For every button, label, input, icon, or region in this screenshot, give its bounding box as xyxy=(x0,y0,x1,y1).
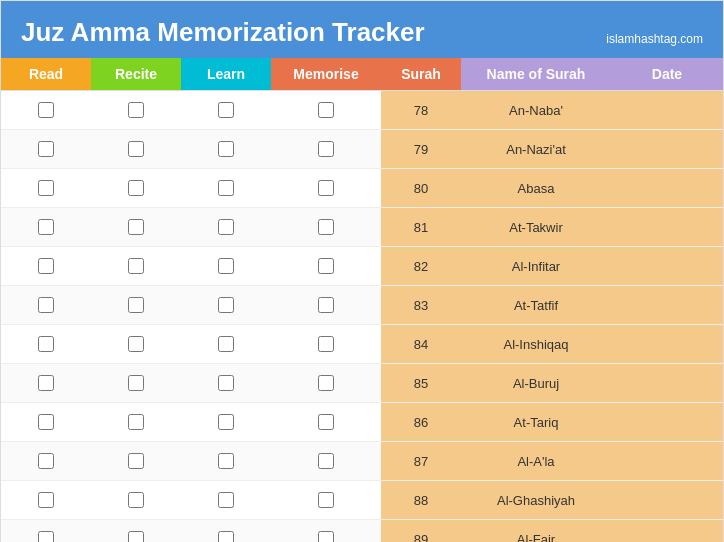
checkbox-memorise-8[interactable] xyxy=(318,414,334,430)
checkbox-recite-0[interactable] xyxy=(128,102,144,118)
table-row: 82Al-Infitar xyxy=(1,247,723,286)
table-row: 87Al-A'la xyxy=(1,442,723,481)
col-header-name: Name of Surah xyxy=(461,58,611,90)
checkbox-read-0[interactable] xyxy=(38,102,54,118)
checkbox-read-5[interactable] xyxy=(38,297,54,313)
cell-learn-11 xyxy=(181,520,271,542)
checkbox-learn-6[interactable] xyxy=(218,336,234,352)
checkbox-read-8[interactable] xyxy=(38,414,54,430)
app-header: Juz Amma Memorization Tracker islamhasht… xyxy=(1,1,723,58)
checkbox-memorise-10[interactable] xyxy=(318,492,334,508)
cell-memorise-1 xyxy=(271,130,381,168)
checkbox-read-7[interactable] xyxy=(38,375,54,391)
cell-surah-7: 85 xyxy=(381,364,461,402)
app-title: Juz Amma Memorization Tracker xyxy=(21,17,425,48)
col-header-memorise: Memorise xyxy=(271,58,381,90)
checkbox-read-10[interactable] xyxy=(38,492,54,508)
cell-date-6 xyxy=(611,325,723,363)
cell-recite-10 xyxy=(91,481,181,519)
cell-learn-10 xyxy=(181,481,271,519)
cell-memorise-9 xyxy=(271,442,381,480)
checkbox-read-6[interactable] xyxy=(38,336,54,352)
checkbox-recite-6[interactable] xyxy=(128,336,144,352)
checkbox-recite-5[interactable] xyxy=(128,297,144,313)
table-row: 81At-Takwir xyxy=(1,208,723,247)
checkbox-read-4[interactable] xyxy=(38,258,54,274)
checkbox-memorise-2[interactable] xyxy=(318,180,334,196)
cell-learn-0 xyxy=(181,91,271,129)
checkbox-learn-11[interactable] xyxy=(218,531,234,542)
checkbox-recite-8[interactable] xyxy=(128,414,144,430)
cell-name-4: Al-Infitar xyxy=(461,247,611,285)
checkbox-learn-1[interactable] xyxy=(218,141,234,157)
checkbox-memorise-9[interactable] xyxy=(318,453,334,469)
checkbox-read-2[interactable] xyxy=(38,180,54,196)
cell-name-5: At-Tatfif xyxy=(461,286,611,324)
checkbox-recite-7[interactable] xyxy=(128,375,144,391)
checkbox-learn-5[interactable] xyxy=(218,297,234,313)
cell-memorise-8 xyxy=(271,403,381,441)
table-row: 84Al-Inshiqaq xyxy=(1,325,723,364)
cell-read-7 xyxy=(1,364,91,402)
cell-surah-3: 81 xyxy=(381,208,461,246)
checkbox-learn-7[interactable] xyxy=(218,375,234,391)
cell-name-9: Al-A'la xyxy=(461,442,611,480)
cell-learn-9 xyxy=(181,442,271,480)
cell-date-3 xyxy=(611,208,723,246)
checkbox-memorise-5[interactable] xyxy=(318,297,334,313)
cell-recite-5 xyxy=(91,286,181,324)
checkbox-memorise-7[interactable] xyxy=(318,375,334,391)
cell-name-0: An-Naba' xyxy=(461,91,611,129)
cell-date-5 xyxy=(611,286,723,324)
cell-name-2: Abasa xyxy=(461,169,611,207)
checkbox-recite-1[interactable] xyxy=(128,141,144,157)
checkbox-memorise-6[interactable] xyxy=(318,336,334,352)
col-header-date: Date xyxy=(611,58,723,90)
cell-memorise-3 xyxy=(271,208,381,246)
checkbox-read-1[interactable] xyxy=(38,141,54,157)
cell-learn-5 xyxy=(181,286,271,324)
cell-surah-11: 89 xyxy=(381,520,461,542)
cell-date-7 xyxy=(611,364,723,402)
checkbox-recite-4[interactable] xyxy=(128,258,144,274)
checkbox-read-11[interactable] xyxy=(38,531,54,542)
cell-read-8 xyxy=(1,403,91,441)
checkbox-memorise-0[interactable] xyxy=(318,102,334,118)
checkbox-learn-4[interactable] xyxy=(218,258,234,274)
checkbox-recite-10[interactable] xyxy=(128,492,144,508)
checkbox-read-3[interactable] xyxy=(38,219,54,235)
cell-memorise-0 xyxy=(271,91,381,129)
cell-learn-7 xyxy=(181,364,271,402)
checkbox-recite-2[interactable] xyxy=(128,180,144,196)
table-body: 78An-Naba'79An-Nazi'at80Abasa81At-Takwir… xyxy=(1,91,723,542)
cell-date-9 xyxy=(611,442,723,480)
checkbox-learn-2[interactable] xyxy=(218,180,234,196)
table-row: 88Al-Ghashiyah xyxy=(1,481,723,520)
checkbox-learn-0[interactable] xyxy=(218,102,234,118)
checkbox-learn-9[interactable] xyxy=(218,453,234,469)
col-header-learn: Learn xyxy=(181,58,271,90)
checkbox-memorise-1[interactable] xyxy=(318,141,334,157)
cell-recite-1 xyxy=(91,130,181,168)
cell-name-7: Al-Buruj xyxy=(461,364,611,402)
cell-surah-4: 82 xyxy=(381,247,461,285)
cell-recite-9 xyxy=(91,442,181,480)
checkbox-memorise-11[interactable] xyxy=(318,531,334,542)
checkbox-memorise-3[interactable] xyxy=(318,219,334,235)
checkbox-learn-8[interactable] xyxy=(218,414,234,430)
checkbox-recite-3[interactable] xyxy=(128,219,144,235)
cell-memorise-6 xyxy=(271,325,381,363)
checkbox-recite-9[interactable] xyxy=(128,453,144,469)
checkbox-recite-11[interactable] xyxy=(128,531,144,542)
checkbox-learn-3[interactable] xyxy=(218,219,234,235)
checkbox-read-9[interactable] xyxy=(38,453,54,469)
cell-name-6: Al-Inshiqaq xyxy=(461,325,611,363)
checkbox-learn-10[interactable] xyxy=(218,492,234,508)
cell-date-0 xyxy=(611,91,723,129)
table-row: 79An-Nazi'at xyxy=(1,130,723,169)
checkbox-memorise-4[interactable] xyxy=(318,258,334,274)
cell-read-4 xyxy=(1,247,91,285)
cell-read-11 xyxy=(1,520,91,542)
cell-surah-0: 78 xyxy=(381,91,461,129)
cell-name-3: At-Takwir xyxy=(461,208,611,246)
